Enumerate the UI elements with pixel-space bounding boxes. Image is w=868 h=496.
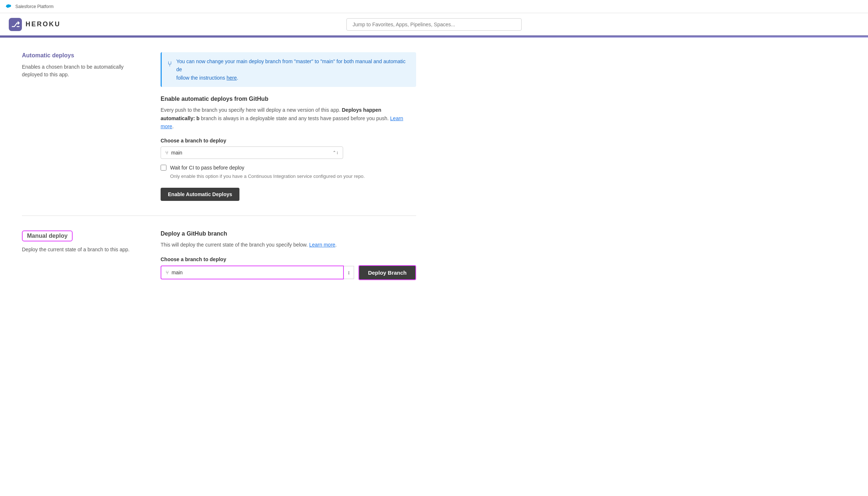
heroku-brand-name: HEROKU [26, 20, 61, 28]
search-bar[interactable] [346, 18, 522, 31]
ci-checkbox-row[interactable]: Wait for CI to pass before deploy [161, 165, 416, 171]
manual-chevron-icon: ↕ [347, 270, 350, 275]
enable-automatic-deploys-button[interactable]: Enable Automatic Deploys [161, 188, 239, 201]
search-input[interactable] [346, 18, 522, 31]
manual-branch-value: main [172, 270, 183, 275]
heroku-icon-letter: ⎇ [11, 20, 20, 29]
manual-choose-branch-label: Choose a branch to deploy [161, 256, 416, 262]
manual-branch-select[interactable]: ⑂ main [161, 266, 344, 279]
branch-select-value: main [171, 150, 182, 156]
automatic-deploys-section: Automatic deploys Enables a chosen branc… [22, 52, 416, 215]
deploy-branch-button[interactable]: Deploy Branch [358, 265, 416, 280]
automatic-deploys-right: ⑂ You can now change your main deploy br… [161, 52, 416, 201]
manual-deploy-left: Manual deploy Deploy the current state o… [22, 230, 139, 280]
choose-branch-label: Choose a branch to deploy [161, 138, 416, 144]
manual-deploy-learn-more-link[interactable]: Learn more [309, 242, 335, 248]
git-branch-icon: ⑂ [168, 58, 172, 70]
manual-deploy-desc-text: This will deploy the current state of th… [161, 241, 416, 249]
top-bar: Salesforce Platform [0, 0, 868, 13]
automatic-deploys-heading: Automatic deploys [22, 52, 139, 59]
auto-deploy-title: Enable automatic deploys from GitHub [161, 96, 416, 102]
manual-deploy-right: Deploy a GitHub branch This will deploy … [161, 230, 416, 280]
branch-git-icon: ⑂ [165, 150, 168, 156]
manual-deploy-section: Manual deploy Deploy the current state o… [22, 215, 416, 294]
branch-chevron-icon: ⌃↕ [333, 150, 338, 155]
ci-checkbox-desc: Only enable this option if you have a Co… [170, 173, 416, 179]
salesforce-cloud-icon [6, 4, 13, 9]
branch-select-left: ⑂ main [165, 150, 182, 156]
info-banner: ⑂ You can now change your main deploy br… [161, 52, 416, 87]
header: ⎇ HEROKU [0, 13, 868, 37]
manual-deploy-heading: Manual deploy [22, 230, 73, 241]
ci-checkbox[interactable] [161, 165, 166, 171]
heroku-icon: ⎇ [9, 18, 22, 31]
automatic-deploys-left: Automatic deploys Enables a chosen branc… [22, 52, 139, 201]
automatic-deploys-desc: Enables a chosen branch to be automatica… [22, 63, 139, 79]
deploy-row: ⑂ main ↕ Deploy Branch [161, 265, 416, 280]
manual-deploy-title: Deploy a GitHub branch [161, 230, 416, 237]
ci-checkbox-label[interactable]: Wait for CI to pass before deploy [170, 165, 244, 171]
info-banner-text: You can now change your main deploy bran… [176, 57, 410, 82]
platform-name: Salesforce Platform [15, 4, 54, 9]
banner-here-link[interactable]: here [227, 75, 237, 81]
auto-deploy-desc: Every push to the branch you specify her… [161, 106, 416, 130]
manual-branch-chevron[interactable]: ↕ [344, 266, 354, 279]
heroku-logo[interactable]: ⎇ HEROKU [9, 18, 61, 31]
main-content: Automatic deploys Enables a chosen branc… [0, 38, 438, 309]
branch-select-dropdown[interactable]: ⑂ main ⌃↕ [161, 146, 343, 159]
manual-deploy-desc: Deploy the current state of a branch to … [22, 246, 139, 253]
manual-branch-git-icon: ⑂ [166, 270, 169, 275]
